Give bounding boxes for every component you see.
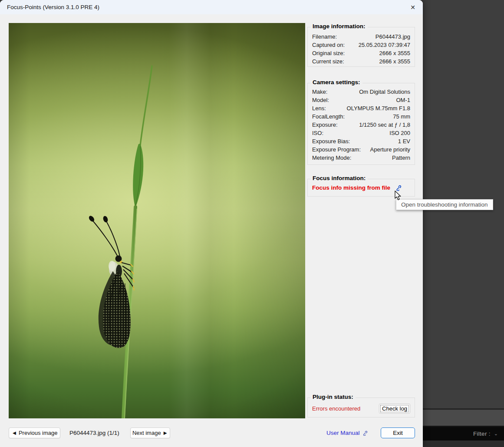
info-value: Aperture priority — [370, 145, 410, 154]
user-manual-link[interactable]: User Manual — [326, 427, 368, 438]
info-value: OM-1 — [396, 96, 411, 104]
check-log-button[interactable]: Check log — [379, 404, 410, 414]
focus-missing-message: Focus info missing from file — [312, 184, 390, 191]
focus-information-title: Focus information: — [310, 175, 368, 181]
user-manual-label: User Manual — [326, 427, 360, 438]
info-label: Captured on: — [312, 41, 345, 49]
info-row: Exposure Program:Aperture priority — [312, 145, 410, 154]
external-link-icon — [362, 431, 368, 436]
filter-bar[interactable]: Filter : ⌄ — [417, 427, 504, 440]
info-value: 1 EV — [398, 137, 410, 145]
camera-settings-title: Camera settings: — [310, 79, 362, 85]
close-icon: ✕ — [410, 4, 415, 11]
filter-label[interactable]: Filter : — [473, 431, 491, 437]
chevron-down-icon: ⌄ — [494, 431, 498, 437]
image-position-label: P6044473.jpg (1/1) — [69, 427, 119, 438]
image-information-panel: Image information: Filename:P6044473.jpg… — [307, 27, 415, 67]
info-row: Filename:P6044473.jpg — [312, 33, 410, 41]
link-icon[interactable] — [395, 185, 402, 191]
info-row: Captured on:25.05.2023 07:39:47 — [312, 41, 410, 49]
info-label: Exposure Program: — [312, 145, 361, 154]
image-information-rows: Filename:P6044473.jpgCaptured on:25.05.2… — [308, 27, 415, 66]
info-label: FocalLength: — [312, 112, 345, 121]
tooltip: Open troubleshooting information — [396, 199, 493, 210]
info-label: ISO: — [312, 129, 323, 137]
info-value: 1/1250 sec at ƒ / 1,8 — [359, 121, 410, 129]
info-row: FocalLength:75 mm — [312, 112, 410, 121]
lightroom-toolbar-strip — [417, 410, 504, 426]
image-information-title: Image information: — [310, 23, 368, 30]
title-bar[interactable]: Focus-Points (Version 3.1.0 PRE 4) ✕ — [0, 0, 423, 14]
info-row: Metering Mode:Pattern — [312, 154, 410, 162]
info-value: 2666 x 3555 — [379, 57, 410, 66]
info-value: OLYMPUS M.75mm F1.8 — [347, 104, 410, 112]
info-value: 75 mm — [393, 112, 410, 121]
cursor-pointer-icon — [394, 191, 402, 201]
info-row: Exposure:1/1250 sec at ƒ / 1,8 — [312, 121, 410, 129]
close-button[interactable]: ✕ — [406, 2, 419, 13]
info-row: Make:Om Digital Solutions — [312, 88, 410, 96]
info-label: Exposure: — [312, 121, 338, 129]
info-row: Model:OM-1 — [312, 96, 410, 104]
next-image-button[interactable]: Next image ► — [130, 427, 170, 438]
exit-button[interactable]: Exit — [381, 427, 415, 438]
info-row: Original size:2666 x 3555 — [312, 49, 410, 57]
info-label: Metering Mode: — [312, 154, 351, 162]
info-label: Model: — [312, 96, 329, 104]
info-label: Make: — [312, 88, 327, 96]
info-row: Current size:2666 x 3555 — [312, 57, 410, 66]
info-row: Exposure Bias:1 EV — [312, 137, 410, 145]
info-value: ISO 200 — [389, 129, 410, 137]
photo-viewer — [9, 23, 305, 418]
info-value: 25.05.2023 07:39:47 — [359, 41, 410, 49]
info-value: Om Digital Solutions — [359, 88, 410, 96]
focus-points-dialog: Focus-Points (Version 3.1.0 PRE 4) ✕ — [0, 0, 423, 447]
previous-image-button[interactable]: ◄ Previous image — [9, 427, 60, 438]
info-value: P6044473.jpg — [376, 33, 410, 41]
info-label: Filename: — [312, 33, 337, 41]
camera-settings-panel: Camera settings: Make:Om Digital Solutio… — [307, 83, 415, 165]
plugin-status-title: Plug-in status: — [310, 394, 356, 400]
owlfly-insect — [88, 215, 134, 348]
filmstrip-area — [417, 440, 504, 447]
info-value: Pattern — [392, 154, 410, 162]
plugin-status-message: Errors encountered — [312, 405, 360, 412]
info-value: 2666 x 3555 — [379, 49, 410, 57]
tooltip-text: Open troubleshooting information — [401, 201, 488, 208]
window-title: Focus-Points (Version 3.1.0 PRE 4) — [7, 0, 99, 14]
info-row: ISO:ISO 200 — [312, 129, 410, 137]
screen: Filter : ⌄ Focus-Points (Version 3.1.0 P… — [0, 0, 504, 447]
info-label: Lens: — [312, 104, 326, 112]
info-row: Lens:OLYMPUS M.75mm F1.8 — [312, 104, 410, 112]
info-label: Original size: — [312, 49, 345, 57]
info-label: Current size: — [312, 57, 344, 66]
info-label: Exposure Bias: — [312, 137, 350, 145]
owlfly-photo-illustration — [9, 23, 305, 418]
plugin-status-panel: Plug-in status: Errors encountered Check… — [307, 398, 415, 417]
camera-settings-rows: Make:Om Digital SolutionsModel:OM-1Lens:… — [308, 83, 415, 162]
